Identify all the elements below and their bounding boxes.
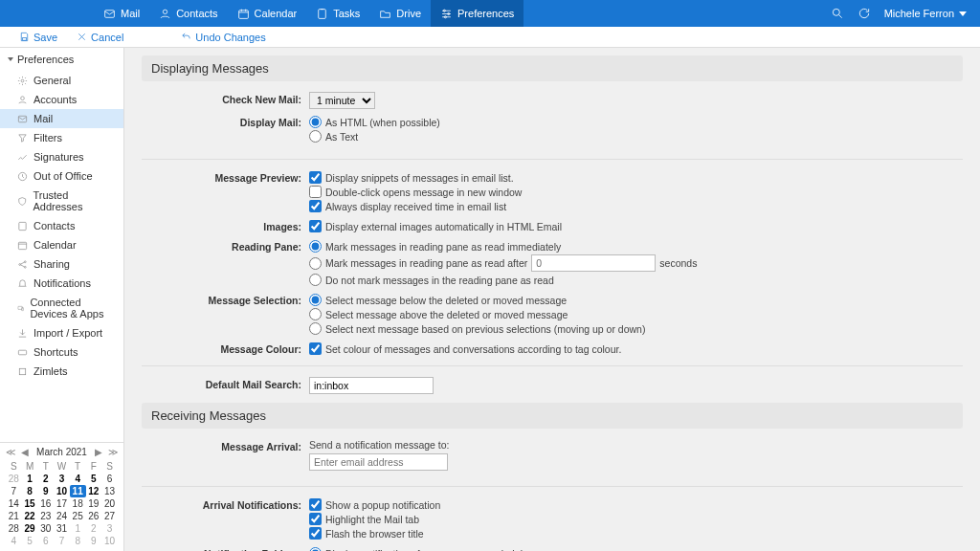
tab-label: Contacts [176, 8, 217, 19]
tab-label: Tasks [333, 8, 360, 19]
notif-highlight[interactable] [309, 513, 322, 525]
tasks-icon [316, 8, 328, 20]
reading-after[interactable] [309, 257, 322, 270]
sidebar-item-devices[interactable]: Connected Devices & Apps [0, 293, 123, 323]
calendar-icon [237, 8, 250, 20]
calendar-icon [17, 240, 28, 251]
label-preview: Message Preview: [142, 170, 309, 213]
refresh-icon[interactable] [858, 7, 871, 20]
label-images: Images: [142, 219, 309, 233]
svg-rect-14 [18, 242, 26, 249]
sidebar-item-trusted[interactable]: Trusted Addresses [0, 186, 123, 216]
reading-never[interactable] [309, 274, 322, 286]
tab-drive[interactable]: Drive [369, 0, 431, 27]
bell-icon [17, 278, 28, 289]
sidebar-item-calendar[interactable]: Calendar [0, 235, 123, 254]
sidebar-item-general[interactable]: General [0, 71, 123, 90]
svg-rect-0 [105, 10, 115, 17]
section-receiving: Receiving Messages [142, 403, 963, 429]
preferences-icon [440, 8, 453, 20]
tab-label: Preferences [457, 8, 514, 19]
tab-label: Mail [121, 8, 140, 19]
sidebar-item-filters[interactable]: Filters [0, 128, 123, 147]
keyboard-icon [17, 347, 28, 358]
gear-icon [17, 76, 28, 86]
svg-point-17 [24, 266, 26, 268]
filter-icon [17, 133, 28, 143]
sidebar-item-signatures[interactable]: Signatures [0, 147, 123, 166]
close-icon [77, 32, 87, 42]
preview-time[interactable] [309, 200, 322, 212]
sidebar-item-import-export[interactable]: Import / Export [0, 323, 123, 342]
sidebar-item-zimlets[interactable]: Zimlets [0, 362, 123, 381]
label-arrival-notif: Arrival Notifications: [142, 497, 309, 540]
share-icon [17, 259, 28, 270]
cal-prev-year[interactable]: ≪ [6, 447, 15, 457]
cal-next-month[interactable]: ▶ [95, 447, 102, 457]
sidebar: Preferences General Accounts Mail Filter… [0, 48, 124, 551]
reading-immediate[interactable] [309, 240, 322, 253]
cal-today[interactable]: 11 [70, 485, 86, 497]
sidebar-item-out-of-office[interactable]: Out of Office [0, 166, 123, 186]
display-mail-html[interactable] [309, 116, 322, 128]
sidebar-item-sharing[interactable]: Sharing [0, 254, 123, 274]
default-search-input[interactable] [309, 377, 434, 394]
label-default-search: Default Mail Search: [142, 377, 309, 394]
select-previous[interactable] [309, 322, 322, 335]
import-icon [17, 328, 28, 339]
sidebar-item-shortcuts[interactable]: Shortcuts [0, 342, 123, 362]
section-displaying: Displaying Messages [142, 55, 963, 81]
puzzle-icon [17, 366, 28, 377]
svg-rect-20 [18, 350, 26, 355]
tab-tasks[interactable]: Tasks [306, 0, 369, 27]
check-new-select[interactable]: 1 minute [309, 92, 375, 109]
select-below[interactable] [309, 294, 322, 306]
svg-point-15 [19, 263, 21, 265]
shield-icon [17, 196, 27, 207]
notif-flash[interactable] [309, 527, 322, 540]
tab-calendar[interactable]: Calendar [228, 0, 307, 27]
tab-mail[interactable]: Mail [94, 0, 149, 27]
select-above[interactable] [309, 308, 322, 320]
tab-label: Drive [396, 8, 421, 19]
chevron-down-icon [959, 11, 967, 16]
sidebar-item-contacts[interactable]: Contacts [0, 216, 123, 235]
sidebar-item-mail[interactable]: Mail [0, 109, 123, 128]
cal-prev-month[interactable]: ◀ [21, 447, 29, 457]
svg-rect-21 [19, 368, 25, 374]
devices-icon [17, 303, 24, 314]
drive-icon [379, 8, 391, 20]
colour-tag[interactable] [309, 342, 322, 355]
folders-inbox[interactable] [309, 547, 322, 551]
sidebar-header[interactable]: Preferences [0, 48, 123, 71]
preview-snippets[interactable] [309, 171, 322, 184]
undo-changes-button[interactable]: Undo Changes [171, 27, 275, 47]
sidebar-item-accounts[interactable]: Accounts [0, 90, 123, 109]
sidebar-item-notifications[interactable]: Notifications [0, 274, 123, 293]
arrival-email-input[interactable] [309, 453, 448, 471]
tab-contacts[interactable]: Contacts [149, 0, 227, 27]
images-external[interactable] [309, 220, 322, 232]
search-icon[interactable] [831, 7, 844, 20]
tab-label: Calendar [255, 8, 298, 19]
label-check-new: Check New Mail: [142, 92, 309, 109]
tab-preferences[interactable]: Preferences [431, 0, 523, 27]
label-reading-pane: Reading Pane: [142, 239, 309, 287]
cancel-button[interactable]: Cancel [67, 27, 133, 47]
cal-next-year[interactable]: ≫ [108, 447, 118, 457]
label-display-mail: Display Mail: [142, 115, 309, 143]
svg-rect-8 [23, 37, 27, 40]
preview-dblclick[interactable] [309, 186, 322, 198]
contacts-icon [159, 8, 171, 20]
notif-popup[interactable] [309, 498, 322, 511]
save-button[interactable]: Save [10, 27, 67, 47]
reading-seconds-input[interactable] [531, 254, 656, 272]
undo-icon [181, 32, 191, 42]
svg-point-10 [21, 96, 25, 99]
mail-icon [17, 114, 28, 124]
user-menu[interactable]: Michele Ferron [884, 8, 967, 19]
content[interactable]: Displaying Messages Check New Mail: 1 mi… [124, 48, 980, 551]
svg-rect-13 [19, 222, 26, 230]
accounts-icon [17, 95, 28, 105]
display-mail-text[interactable] [309, 130, 322, 143]
